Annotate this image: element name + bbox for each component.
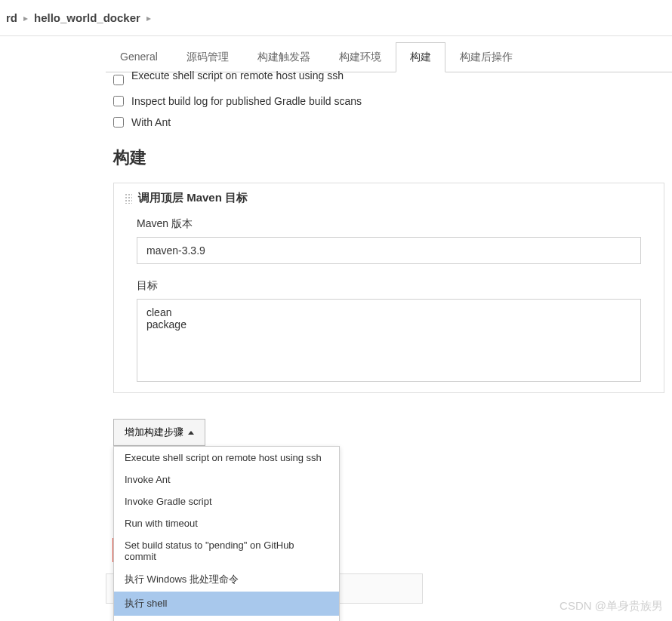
dropdown-item-ant[interactable]: Invoke Ant bbox=[114, 469, 339, 490]
checkbox-row-ssh: Execute shell script on remote host usin… bbox=[106, 69, 672, 91]
maven-goals-field: 目标 clean package bbox=[114, 275, 664, 392]
dropdown-item-timeout[interactable]: Run with timeout bbox=[114, 512, 339, 534]
maven-goals-label: 目标 bbox=[137, 279, 641, 293]
checkbox-gradle[interactable] bbox=[113, 96, 124, 106]
chevron-right-icon: ▸ bbox=[146, 13, 151, 23]
watermark-text: CSDN @单身贵族男 bbox=[559, 599, 663, 613]
tab-post[interactable]: 构建后操作 bbox=[445, 42, 527, 72]
checkbox-ssh[interactable] bbox=[113, 75, 124, 85]
tab-environment[interactable]: 构建环境 bbox=[325, 42, 396, 72]
maven-version-input[interactable] bbox=[137, 237, 641, 264]
dropdown-item-gradle[interactable]: Invoke Gradle script bbox=[114, 490, 339, 512]
breadcrumb: rd ▸ hello_world_docker ▸ bbox=[0, 0, 672, 36]
breadcrumb-item-2[interactable]: hello_world_docker bbox=[28, 11, 146, 24]
checkbox-row-ant: With Ant bbox=[106, 112, 672, 133]
dropdown-item-maven[interactable]: 调用顶层 Maven 目标 bbox=[114, 616, 339, 621]
maven-card-title: 调用顶层 Maven 目标 bbox=[138, 191, 248, 205]
checkbox-ant-label: With Ant bbox=[131, 116, 171, 128]
triangle-up-icon bbox=[188, 431, 194, 435]
checkbox-gradle-label: Inspect build log for published Gradle b… bbox=[131, 95, 362, 107]
dropdown-item-shell[interactable]: 执行 shell bbox=[114, 592, 339, 616]
dropdown-item-github[interactable]: Set build status to "pending" on GitHub … bbox=[114, 534, 339, 567]
maven-version-label: Maven 版本 bbox=[137, 217, 641, 231]
main-content: General 源码管理 构建触发器 构建环境 构建 构建后操作 Execute… bbox=[106, 42, 672, 446]
tab-triggers[interactable]: 构建触发器 bbox=[243, 42, 325, 72]
maven-build-step-card: 调用顶层 Maven 目标 Maven 版本 目标 clean package bbox=[113, 183, 664, 393]
breadcrumb-item-1[interactable]: rd bbox=[0, 11, 23, 24]
add-build-step-wrap: 增加构建步骤 Execute shell script on remote ho… bbox=[113, 419, 205, 446]
add-build-step-dropdown: Execute shell script on remote host usin… bbox=[113, 446, 340, 621]
tab-build[interactable]: 构建 bbox=[396, 42, 445, 72]
dropdown-item-windows-batch[interactable]: 执行 Windows 批处理命令 bbox=[114, 567, 339, 592]
add-build-step-button[interactable]: 增加构建步骤 bbox=[113, 419, 205, 446]
checkbox-row-gradle: Inspect build log for published Gradle b… bbox=[106, 91, 672, 112]
add-build-step-label: 增加构建步骤 bbox=[125, 426, 183, 439]
maven-goals-textarea[interactable]: clean package bbox=[137, 299, 641, 382]
checkbox-ssh-label: Execute shell script on remote host usin… bbox=[131, 69, 344, 81]
tab-source[interactable]: 源码管理 bbox=[172, 42, 243, 72]
checkbox-ant[interactable] bbox=[113, 117, 124, 128]
config-tabs: General 源码管理 构建触发器 构建环境 构建 构建后操作 bbox=[106, 42, 672, 72]
maven-version-field: Maven 版本 bbox=[114, 213, 664, 275]
maven-card-header: 调用顶层 Maven 目标 bbox=[114, 183, 664, 213]
dropdown-item-ssh[interactable]: Execute shell script on remote host usin… bbox=[114, 447, 339, 469]
section-build-title: 构建 bbox=[106, 133, 672, 177]
tab-general[interactable]: General bbox=[106, 42, 172, 72]
drag-handle-icon[interactable] bbox=[125, 193, 132, 204]
